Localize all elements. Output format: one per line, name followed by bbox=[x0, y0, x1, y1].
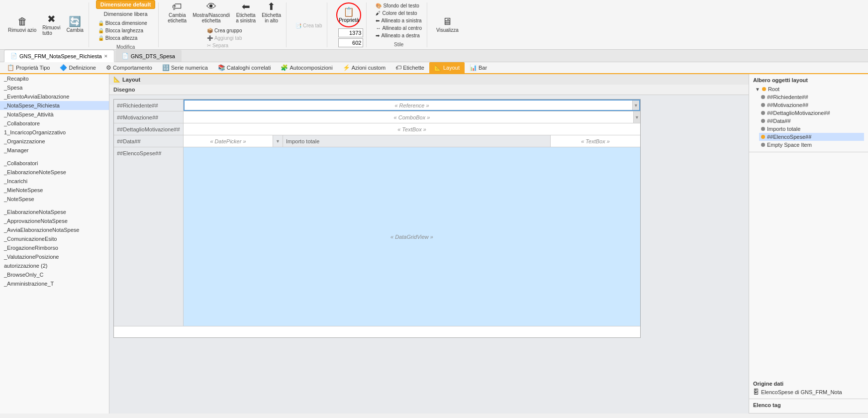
elenco-spese-field[interactable]: « DataGridView » bbox=[184, 147, 640, 326]
left-item-evento[interactable]: _EventoAvviaElaborazione bbox=[0, 92, 109, 101]
form-row-dettaglio[interactable]: ##DettaglioMotivazione## « TextBox » bbox=[114, 123, 640, 135]
subtabs-bar: 📋 Proprietà Tipo 🔷 Definizione ⚙ Comport… bbox=[0, 62, 868, 74]
subtab-autocomposizioni[interactable]: 🧩 Autocomposizioni bbox=[276, 62, 337, 74]
richiedente-scrollbar[interactable]: ▼ bbox=[632, 101, 639, 110]
tab-frm-nota-spese[interactable]: 📄 GNS_FRM_NotaSpese_Richiesta ✕ bbox=[4, 50, 114, 62]
etichetta-alto-icon: ⬆ bbox=[267, 1, 276, 11]
tab-dts-spesa[interactable]: 📄 GNS_DTS_Spesa bbox=[115, 50, 182, 62]
importo-textbox-field[interactable]: « TextBox » bbox=[551, 135, 640, 147]
form-row-elenco-spese[interactable]: ##ElencoSpese## « DataGridView » bbox=[114, 147, 640, 326]
tabs-bar: 📄 GNS_FRM_NotaSpese_Richiesta ✕ 📄 GNS_DT… bbox=[0, 50, 868, 62]
colore-testo-button[interactable]: 🖌 Colore del testo bbox=[374, 10, 424, 16]
allineato-centro-button[interactable]: ↔ Allineato al centro bbox=[374, 25, 424, 31]
subtab-cataloghi-correlati[interactable]: 📚 Cataloghi correlati bbox=[213, 62, 276, 74]
left-item-nota-spese-richiesta[interactable]: _NotaSpese_Richiesta bbox=[0, 101, 109, 110]
subtab-bar[interactable]: 📊 Bar bbox=[465, 62, 492, 74]
blocca-larghezza-button[interactable]: 🔒 Blocca larghezza bbox=[96, 27, 155, 34]
left-item-autorizzazione[interactable]: autorizzazione (2) bbox=[0, 261, 109, 270]
tree-empty-space-item[interactable]: Empty Space Item bbox=[759, 141, 864, 149]
subtab-proprieta-tipo[interactable]: 📋 Proprietà Tipo bbox=[2, 62, 55, 74]
left-item-amministrazione[interactable]: _Amministrazione_T bbox=[0, 279, 109, 288]
subtab-azioni-custom[interactable]: ⚡ Azioni custom bbox=[338, 62, 390, 74]
rimuovi-azio-button[interactable]: 🗑 Rimuovi azio bbox=[6, 15, 38, 34]
allineato-dest-icon: ➡ bbox=[376, 33, 380, 38]
subtab-definizione[interactable]: 🔷 Definizione bbox=[55, 62, 100, 74]
left-item-mie-note-spese[interactable]: _MieNoteSpese bbox=[0, 186, 109, 195]
left-item-nota-spese-attivita[interactable]: _NotaSpese_Attività bbox=[0, 110, 109, 119]
etichetta-sinistra-button[interactable]: ⬅ Etichettaa sinistra bbox=[234, 0, 258, 24]
left-item-note-spese[interactable]: _NoteSpese bbox=[0, 195, 109, 204]
crea-tab-button[interactable]: 📑 Crea tab bbox=[293, 22, 324, 29]
dimension-default-button[interactable]: Dimensione default bbox=[96, 0, 155, 9]
left-item-elaborazione-note[interactable]: _ElaborazioneNoteSpese bbox=[0, 168, 109, 177]
dettaglio-field[interactable]: « TextBox » bbox=[184, 123, 640, 135]
left-item-incarichi[interactable]: _Incarichi bbox=[0, 177, 109, 186]
allineato-sinistra-button[interactable]: ⬅ Allineato a sinistra bbox=[374, 17, 424, 24]
left-item-collaboratore[interactable]: _Collaboratore bbox=[0, 119, 109, 128]
left-item-valutazione[interactable]: _ValutazionePosizione bbox=[0, 252, 109, 261]
left-item-browse-only[interactable]: _BrowseOnly_C bbox=[0, 270, 109, 279]
aggiungi-tab-button[interactable]: ➕ Aggiungi tab bbox=[205, 35, 244, 41]
tree-dettaglio-motivazione[interactable]: ##DettaglioMotivazione## bbox=[759, 109, 864, 117]
form-row-motivazione[interactable]: ##Motivazione## « ComboBox » ▼ bbox=[114, 111, 640, 123]
sfondo-testo-icon: 🎨 bbox=[376, 3, 382, 8]
blocca-altezza-button[interactable]: 🔒 Blocca altezza bbox=[96, 35, 155, 41]
left-item-approvazione[interactable]: _ApprovazioneNotaSpese bbox=[0, 216, 109, 225]
richiedente-field[interactable]: « Reference » ✕ ▼ bbox=[184, 100, 640, 111]
spacer1 bbox=[0, 155, 109, 159]
subtab-serie-numerica[interactable]: 🔢 Serie numerica bbox=[157, 62, 213, 74]
allineato-destra-button[interactable]: ➡ Allineato a destra bbox=[374, 32, 424, 39]
subtab-etichette[interactable]: 🏷 Etichette bbox=[390, 62, 429, 74]
crea-tab-col: 📑 Crea tab bbox=[293, 22, 324, 29]
tree-elenco-spese[interactable]: ##ElencoSpese## bbox=[759, 133, 864, 141]
left-item-avvia-elaborazione[interactable]: _AvviaElaborazioneNotaSpese bbox=[0, 225, 109, 234]
left-item-recapito[interactable]: _Recapito bbox=[0, 74, 109, 83]
tab-frm-nota-spese-icon: 📄 bbox=[10, 53, 17, 59]
tree-title: Albero oggetti layout bbox=[753, 77, 864, 83]
left-item-comunicazione[interactable]: _ComunicazioneEsito bbox=[0, 234, 109, 243]
left-item-manager[interactable]: _Manager bbox=[0, 146, 109, 155]
tree-importo-totale[interactable]: Importo totale bbox=[759, 125, 864, 133]
blocca-dimensione-button[interactable]: 🔒 Blocca dimensione bbox=[96, 20, 155, 26]
cambia-etichetta-button[interactable]: 🏷 Cambiaetichetta bbox=[166, 0, 189, 24]
dimension-free-button[interactable]: Dimensione libera bbox=[96, 10, 155, 18]
left-item-spesa[interactable]: _Spesa bbox=[0, 83, 109, 92]
separa-icon: ✂ bbox=[207, 43, 211, 48]
tree-motivazione[interactable]: ##Motivazione## bbox=[759, 101, 864, 109]
form-row-date[interactable]: ##Data## « DatePicker » ▼ Importo totale… bbox=[114, 135, 640, 147]
toolbar-group-crea-tab: 📑 Crea tab bbox=[290, 2, 327, 47]
visualizza-button[interactable]: 🖥 Visualizza bbox=[434, 15, 461, 34]
tree-richiedente[interactable]: ##Richiedente## bbox=[759, 93, 864, 101]
cambia-button[interactable]: 🔄 Cambia bbox=[64, 15, 85, 34]
left-item-erogazione[interactable]: _ErogazioneRimborso bbox=[0, 243, 109, 252]
separa-button[interactable]: ✂ Separa bbox=[205, 42, 244, 49]
spacer2 bbox=[0, 204, 109, 208]
mostra-nascondi-button[interactable]: 👁 Mostra/Nascondietichetta bbox=[191, 0, 232, 24]
subtab-layout[interactable]: 📐 Layout bbox=[429, 62, 465, 74]
left-item-incarico-org[interactable]: 1_IncaricopOrganizzativo bbox=[0, 128, 109, 137]
size-width-input[interactable] bbox=[338, 28, 363, 37]
motivazione-field[interactable]: « ComboBox » ▼ bbox=[184, 111, 640, 123]
proprieta-button[interactable]: 📋 Proprietà bbox=[336, 2, 361, 27]
subtab-azioni-custom-icon: ⚡ bbox=[343, 64, 350, 71]
motivazione-scrollbar[interactable]: ▼ bbox=[633, 111, 640, 123]
tab-frm-nota-spese-close[interactable]: ✕ bbox=[104, 54, 108, 59]
crea-gruppo-button[interactable]: 📦 Crea gruppo bbox=[205, 27, 244, 34]
subtab-cataloghi-correlati-icon: 📚 bbox=[218, 64, 225, 71]
left-item-elaborazione-nota[interactable]: _ElaborazioneNotaSpese bbox=[0, 208, 109, 216]
tree-data[interactable]: ##Data## bbox=[759, 117, 864, 125]
design-canvas[interactable]: ##Richiedente## « Reference » ✕ ▼ ##Moti… bbox=[109, 95, 749, 414]
left-item-organizzazione[interactable]: _Organizzazione bbox=[0, 137, 109, 146]
datasource-text: ElencoSpese di GNS_FRM_Nota bbox=[761, 389, 842, 395]
sfondo-testo-button[interactable]: 🎨 Sfondo del testo bbox=[374, 2, 424, 9]
etichetta-alto-button[interactable]: ⬆ Etichettain alto bbox=[260, 0, 283, 24]
tree-root[interactable]: ▼ Root bbox=[753, 85, 864, 93]
left-item-collaboratori[interactable]: _Collaboratori bbox=[0, 159, 109, 168]
size-height-input[interactable] bbox=[338, 38, 363, 47]
date-picker-field[interactable]: « DatePicker » bbox=[184, 135, 273, 147]
toolbar-group-visualizza: 🖥 Visualizza bbox=[431, 2, 464, 47]
form-row-richiedente[interactable]: ##Richiedente## « Reference » ✕ ▼ bbox=[114, 100, 640, 111]
rimuovi-tutto-button[interactable]: ✖ Rimuovitutto bbox=[40, 13, 62, 37]
richiedente-label: ##Richiedente## bbox=[114, 100, 184, 111]
subtab-comportamento[interactable]: ⚙ Comportamento bbox=[101, 62, 157, 74]
